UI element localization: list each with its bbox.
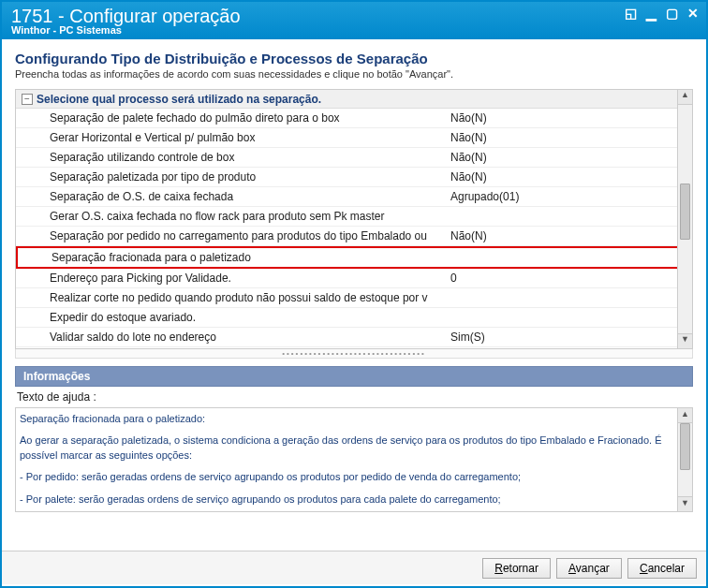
grid-row-value[interactable]: Não(N) [450, 111, 692, 125]
grid-row-label: Separação de palete fechado do pulmão di… [16, 111, 450, 125]
grid-row-value[interactable]: Não(N) [450, 151, 692, 164]
grid-row-label: Gerar Horizontal e Vertical p/ pulmão bo… [16, 131, 450, 144]
grid-row-label: Expedir do estoque avariado. [16, 311, 450, 324]
grid-row[interactable]: Gerar Horizontal e Vertical p/ pulmão bo… [16, 128, 692, 148]
page-subtitle: Preencha todas as informações de acordo … [15, 68, 693, 80]
grid-row[interactable]: Separação paletizada por tipo de produto… [16, 168, 692, 187]
help-scrollbar[interactable]: ▲ ▼ [677, 408, 692, 511]
grid-row-label: Separação fracionada para o paletizado [18, 251, 449, 264]
footer: Retornar Avançar Cancelar [2, 551, 706, 584]
grid-scrollbar[interactable]: ▲ ▼ [677, 90, 692, 348]
help-line: - Por palete: serão geradas ordens de se… [20, 492, 675, 507]
close-icon[interactable]: ✕ [687, 6, 699, 21]
grid-row-value[interactable]: Sim(S) [450, 331, 692, 344]
scroll-up-icon[interactable]: ▲ [678, 90, 692, 105]
grid-row-label: Gerar O.S. caixa fechada no flow rack pa… [16, 210, 450, 223]
grid-row[interactable]: Gerar O.S. caixa fechada no flow rack pa… [16, 207, 692, 227]
scroll-thumb[interactable] [680, 184, 690, 240]
grid-row[interactable]: Separação de palete fechado do pulmão di… [16, 109, 692, 128]
grid-row[interactable]: Endereço para Picking por Validade.0 [16, 269, 692, 288]
grid-row-label: Separação de O.S. de caixa fechada [16, 190, 450, 203]
window-controls: ◱ ▁ ▢ ✕ [625, 6, 699, 21]
grid-row-value[interactable]: 0 [450, 272, 692, 285]
help-text-box: Separação fracionada para o paletizado: … [15, 407, 693, 512]
grid-row-label: Validar saldo do lote no endereço [16, 331, 450, 344]
help-title: Separação fracionada para o paletizado: [20, 412, 675, 426]
settings-grid: − Selecione qual processo será utilizado… [15, 89, 693, 349]
back-button[interactable]: Retornar [482, 558, 551, 579]
grid-row[interactable]: Separação fracionada para o paletizado [16, 246, 692, 269]
grid-row-label: Realizar corte no pedido quando produto … [16, 291, 450, 304]
grid-row[interactable]: Expedir do estoque avariado. [16, 308, 692, 328]
grid-row[interactable]: Separação por pedido no carregamento par… [16, 227, 692, 246]
content-area: Configurando Tipo de Distribuição e Proc… [2, 39, 706, 551]
scroll-down-icon[interactable]: ▼ [678, 333, 692, 348]
splitter-handle[interactable]: •••••••••••••••••••••••••••••••• [15, 349, 693, 359]
minimize-icon[interactable]: ▁ [646, 6, 656, 21]
grid-row-label: Separação paletizada por tipo de produto [16, 170, 450, 184]
window-subtitle: Winthor - PC Sistemas [11, 24, 697, 36]
grid-row[interactable]: Validar saldo do lote no endereçoSim(S) [16, 328, 692, 347]
info-panel: Informações Texto de ajuda : Separação f… [15, 366, 693, 512]
grid-row-value[interactable]: Agrupado(01) [450, 190, 692, 203]
cancel-button[interactable]: Cancelar [627, 558, 697, 579]
maximize-icon[interactable]: ▢ [666, 6, 678, 21]
grid-row[interactable]: Separação utilizando controle de boxNão(… [16, 148, 692, 168]
help-label: Texto de ajuda : [15, 387, 693, 407]
scroll-up-icon[interactable]: ▲ [678, 408, 692, 423]
grid-row-label: Separação por pedido no carregamento par… [16, 229, 450, 243]
scroll-thumb[interactable] [680, 423, 690, 470]
collapse-icon[interactable]: − [22, 94, 33, 105]
grid-row-value[interactable]: Não(N) [450, 229, 692, 243]
grid-row-label: Endereço para Picking por Validade. [16, 272, 450, 285]
grid-row-label: Separação utilizando controle de box [16, 151, 450, 164]
grid-row[interactable]: Separação de O.S. de caixa fechadaAgrupa… [16, 187, 692, 207]
help-line: - Por pedido: serão geradas ordens de se… [20, 470, 675, 484]
grid-group-header[interactable]: − Selecione qual processo será utilizado… [16, 90, 692, 109]
help-line: Ao gerar a separação paletizada, o siste… [20, 434, 675, 463]
grid-scroll[interactable]: − Selecione qual processo será utilizado… [16, 90, 692, 348]
restore-icon[interactable]: ◱ [625, 6, 637, 21]
grid-row-value[interactable]: Não(N) [450, 170, 692, 184]
info-panel-title: Informações [15, 366, 693, 387]
next-button[interactable]: Avançar [556, 558, 622, 579]
grid-row[interactable]: Realizar corte no pedido quando produto … [16, 288, 692, 308]
scroll-down-icon[interactable]: ▼ [678, 496, 692, 511]
titlebar: 1751 - Configurar operação Winthor - PC … [2, 2, 706, 39]
grid-group-label: Selecione qual processo será utilizado n… [37, 93, 321, 106]
grid-row-value[interactable]: Não(N) [450, 131, 692, 144]
page-title: Configurando Tipo de Distribuição e Proc… [15, 51, 693, 66]
